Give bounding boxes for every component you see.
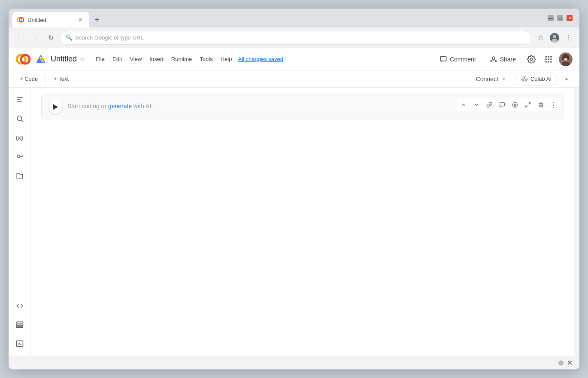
more-options-button[interactable]: ⋮ bbox=[548, 99, 559, 110]
bookmark-button[interactable]: ☆ bbox=[535, 32, 547, 44]
svg-point-42 bbox=[17, 155, 20, 158]
cell-toolbar: ⋮ bbox=[457, 98, 560, 111]
svg-point-35 bbox=[522, 79, 524, 81]
svg-rect-48 bbox=[16, 326, 23, 328]
connect-button[interactable]: Connect bbox=[471, 73, 512, 85]
settings-button[interactable] bbox=[524, 52, 538, 66]
move-down-button[interactable] bbox=[471, 99, 482, 110]
menu-help[interactable]: Help bbox=[217, 54, 236, 64]
star-button[interactable]: ☆ bbox=[79, 55, 85, 63]
svg-line-41 bbox=[21, 120, 23, 122]
user-avatar[interactable] bbox=[559, 52, 573, 66]
active-tab[interactable]: Untitled ✕ bbox=[12, 12, 89, 27]
menu-file[interactable]: File bbox=[92, 54, 108, 64]
minimize-button[interactable]: — bbox=[548, 15, 554, 21]
svg-line-52 bbox=[528, 103, 530, 104]
new-tab-button[interactable]: + bbox=[91, 14, 103, 26]
link-button[interactable] bbox=[484, 99, 495, 110]
svg-rect-47 bbox=[16, 324, 23, 326]
colab-logo bbox=[15, 52, 31, 67]
maximize-button[interactable]: □ bbox=[557, 15, 563, 21]
svg-rect-20 bbox=[550, 56, 552, 57]
close-window-button[interactable]: ✕ bbox=[567, 15, 573, 21]
drive-icon bbox=[36, 55, 45, 64]
address-text: Search Google or type URL bbox=[75, 34, 144, 41]
run-cell-button[interactable] bbox=[48, 100, 62, 114]
share-button[interactable]: Share bbox=[485, 53, 521, 66]
svg-line-16 bbox=[494, 59, 496, 61]
svg-point-3 bbox=[553, 35, 556, 38]
menu-tools[interactable]: Tools bbox=[196, 54, 216, 64]
doc-title[interactable]: Untitled bbox=[51, 55, 77, 64]
tab-bar: Untitled ✕ + — □ ✕ bbox=[9, 9, 579, 27]
comment-button[interactable]: Comment bbox=[434, 53, 481, 66]
forward-button[interactable]: → bbox=[29, 32, 41, 44]
browser-window: Untitled ✕ + — □ ✕ ← → ↻ 🔍 Search Google… bbox=[9, 9, 579, 369]
chrome-menu-button[interactable]: ⋮ bbox=[562, 32, 574, 44]
svg-rect-18 bbox=[546, 56, 547, 57]
menu-runtime[interactable]: Runtime bbox=[168, 54, 195, 64]
svg-rect-11 bbox=[440, 56, 446, 61]
tab-close-button[interactable]: ✕ bbox=[76, 16, 84, 24]
address-bar-actions: ☆ ⋮ bbox=[535, 32, 574, 44]
bottom-bar: ✕ bbox=[9, 356, 579, 369]
placeholder-text: Start coding or bbox=[67, 103, 108, 110]
svg-rect-21 bbox=[546, 58, 547, 60]
svg-line-53 bbox=[526, 105, 527, 107]
tab-favicon bbox=[17, 16, 24, 23]
svg-point-13 bbox=[491, 61, 492, 62]
code-cell: ⋮ Start coding or generate with AI. bbox=[41, 94, 564, 119]
scroll-indicator bbox=[574, 88, 579, 356]
add-code-button[interactable]: + Code bbox=[15, 74, 42, 84]
collapse-button[interactable] bbox=[561, 73, 573, 85]
address-bar: ← → ↻ 🔍 Search Google or type URL ☆ ⋮ bbox=[9, 27, 579, 48]
svg-point-40 bbox=[17, 116, 22, 121]
reload-button[interactable]: ↻ bbox=[45, 32, 57, 44]
code-snippets-button[interactable] bbox=[11, 297, 28, 314]
menu-edit[interactable]: Edit bbox=[109, 54, 125, 64]
terminal-button[interactable] bbox=[11, 335, 28, 352]
menu-bar: File Edit View Insert Runtime Tools Help… bbox=[92, 54, 283, 64]
command-palette-button[interactable] bbox=[11, 316, 28, 333]
save-status[interactable]: All changes saved bbox=[238, 56, 283, 62]
search-button[interactable] bbox=[11, 110, 28, 127]
svg-point-36 bbox=[525, 79, 527, 81]
tab-title: Untitled bbox=[27, 17, 46, 23]
share-label: Share bbox=[500, 56, 516, 63]
status-indicator bbox=[558, 360, 564, 366]
svg-point-33 bbox=[521, 76, 527, 82]
svg-point-51 bbox=[514, 104, 516, 106]
placeholder-suffix: with AI. bbox=[132, 103, 153, 110]
svg-rect-19 bbox=[548, 56, 549, 57]
move-up-button[interactable] bbox=[458, 99, 469, 110]
svg-rect-26 bbox=[550, 61, 552, 62]
back-button[interactable]: ← bbox=[14, 32, 26, 44]
table-of-contents-button[interactable] bbox=[11, 91, 28, 108]
secrets-button[interactable] bbox=[11, 148, 28, 165]
svg-rect-24 bbox=[546, 61, 547, 62]
menu-view[interactable]: View bbox=[126, 54, 145, 64]
svg-point-34 bbox=[524, 77, 525, 79]
profile-button[interactable] bbox=[549, 32, 561, 44]
bottom-close-button[interactable]: ✕ bbox=[567, 359, 573, 367]
add-text-button[interactable]: + Text bbox=[49, 74, 73, 84]
colab-ai-label: Colab AI bbox=[530, 76, 552, 82]
svg-rect-23 bbox=[550, 58, 552, 60]
delete-cell-button[interactable] bbox=[535, 99, 546, 110]
generate-link[interactable]: generate bbox=[108, 103, 132, 110]
expand-cell-button[interactable] bbox=[522, 99, 533, 110]
menu-insert[interactable]: Insert bbox=[146, 54, 167, 64]
app-bar: Untitled ☆ File Edit View Insert Runtime… bbox=[9, 48, 579, 70]
apps-button[interactable] bbox=[542, 52, 555, 66]
cell-settings-button[interactable] bbox=[509, 99, 521, 110]
variables-button[interactable]: {x} bbox=[11, 129, 28, 146]
notebook-toolbar: + Code + Text Connect Colab AI bbox=[9, 70, 579, 88]
files-button[interactable] bbox=[11, 167, 28, 184]
comment-cell-button[interactable] bbox=[497, 99, 508, 110]
doc-title-area: Untitled ☆ bbox=[51, 55, 85, 64]
toolbar-right: Connect Colab AI bbox=[471, 73, 573, 85]
svg-line-15 bbox=[491, 59, 493, 61]
svg-point-17 bbox=[530, 58, 533, 60]
address-input[interactable]: 🔍 Search Google or type URL bbox=[60, 31, 531, 45]
colab-ai-button[interactable]: Colab AI bbox=[515, 73, 557, 85]
